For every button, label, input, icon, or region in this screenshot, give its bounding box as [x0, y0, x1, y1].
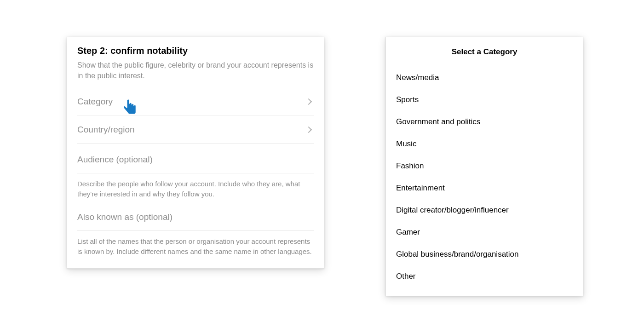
- audience-helper-text: Describe the people who follow your acco…: [77, 173, 314, 201]
- category-option[interactable]: Other: [396, 265, 573, 288]
- category-option[interactable]: Fashion: [396, 155, 573, 177]
- chevron-right-icon: [305, 98, 312, 105]
- aka-section-label: Also known as (optional): [77, 201, 314, 231]
- category-option[interactable]: Sports: [396, 89, 573, 111]
- step-title: Step 2: confirm notability: [77, 46, 314, 56]
- category-select-row[interactable]: Category: [77, 87, 314, 115]
- step-subtitle: Show that the public figure, celebrity o…: [77, 60, 314, 81]
- category-select-label: Category: [77, 97, 113, 107]
- notability-form-card: Step 2: confirm notability Show that the…: [67, 37, 324, 269]
- country-select-row[interactable]: Country/region: [77, 115, 314, 144]
- category-option[interactable]: Entertainment: [396, 177, 573, 199]
- category-option[interactable]: Global business/brand/organisation: [396, 243, 573, 265]
- category-option[interactable]: Digital creator/blogger/influencer: [396, 199, 573, 221]
- category-option[interactable]: Government and politics: [396, 111, 573, 133]
- category-picker-title: Select a Category: [396, 47, 573, 57]
- category-option[interactable]: Gamer: [396, 221, 573, 243]
- aka-helper-text: List all of the names that the person or…: [77, 231, 314, 259]
- country-select-label: Country/region: [77, 125, 135, 135]
- category-option[interactable]: News/media: [396, 67, 573, 89]
- category-picker-card: Select a Category News/media Sports Gove…: [385, 37, 583, 296]
- pointer-hand-icon: [120, 97, 140, 117]
- chevron-right-icon: [305, 126, 312, 133]
- audience-section-label: Audience (optional): [77, 144, 314, 173]
- category-option[interactable]: Music: [396, 133, 573, 155]
